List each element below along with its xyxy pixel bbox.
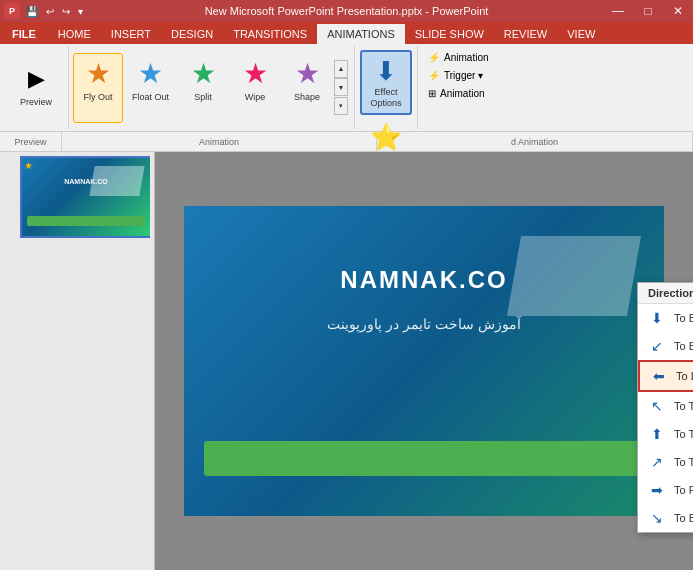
effect-options-label: EffectOptions (371, 87, 402, 109)
trigger-icon: ⚡ (428, 70, 440, 81)
split-icon: ★ (187, 58, 219, 90)
tab-animations[interactable]: ANIMATIONS (317, 24, 405, 44)
flyout-icon: ★ (82, 58, 114, 90)
split-label: Split (194, 92, 212, 103)
slide-thumb-bar (27, 216, 145, 226)
to-bottom-icon: ⬇ (648, 309, 666, 327)
minimize-btn[interactable]: — (603, 0, 633, 22)
title-bar: P 💾 ↩ ↪ ▾ New Microsoft PowerPoint Prese… (0, 0, 693, 22)
to-top-right-label: To Top-Right (674, 456, 693, 468)
floatout-icon: ★ (135, 58, 167, 90)
animation-side-icon: ⊞ (428, 88, 436, 99)
maximize-btn[interactable]: □ (633, 0, 663, 22)
slide-panel: 1 ★ NAMNAK.CO (0, 152, 155, 570)
direction-to-bottom-left[interactable]: ↙ To Bottom-Left (638, 332, 693, 360)
add-animation-group-label: d Animation (377, 132, 693, 151)
direction-to-top[interactable]: ⬆ To Top (638, 420, 693, 448)
tab-review[interactable]: REVIEW (494, 24, 557, 44)
direction-dropdown: Direction ⬇ To Bottom ↙ To Bottom-Left ⬅… (637, 282, 693, 533)
to-top-label: To Top (674, 428, 693, 440)
to-top-left-icon: ↖ (648, 397, 666, 415)
scroll-down-btn[interactable]: ▼ (334, 78, 348, 96)
animation-painter-btn[interactable]: ⚡ Animation (424, 50, 492, 65)
ribbon-tabs: FILE HOME INSERT DESIGN TRANSITIONS ANIM… (0, 22, 693, 44)
slide-thumb-text: NAMNAK.CO (22, 178, 150, 185)
direction-to-left[interactable]: ⬅ To Left (638, 360, 693, 392)
animation-painter-label: Animation (444, 52, 488, 63)
to-top-icon: ⬆ (648, 425, 666, 443)
save-quick-btn[interactable]: 💾 (24, 6, 40, 17)
split-animation-btn[interactable]: ★ Split (178, 53, 228, 123)
tab-design[interactable]: DESIGN (161, 24, 223, 44)
animation-scroll: ▲ ▼ ▾ (332, 58, 350, 118)
tab-file[interactable]: FILE (0, 24, 48, 44)
preview-group-label: Preview (0, 132, 62, 151)
shape-label: Shape (294, 92, 320, 103)
main-area: 1 ★ NAMNAK.CO NAMNAK.CO آموزش ساخت تایمر… (0, 152, 693, 570)
animation-side-btn[interactable]: ⊞ Animation (424, 86, 492, 101)
animation-group: ★ Fly Out ★ Float Out ★ Split ★ Wipe ★ S… (69, 46, 355, 129)
slide-main-text: NAMNAK.CO (184, 266, 664, 294)
to-top-left-label: To Top-Left (674, 400, 693, 412)
app-icon: P (4, 3, 20, 19)
window-controls: — □ ✕ (603, 0, 693, 22)
undo-btn[interactable]: ↩ (44, 6, 56, 17)
slide-thumb-image: ★ NAMNAK.CO (22, 158, 150, 236)
to-bottom-left-label: To Bottom-Left (674, 340, 693, 352)
redo-btn[interactable]: ↪ (60, 6, 72, 17)
direction-to-bottom-right[interactable]: ↘ To Bottom-Right (638, 504, 693, 532)
floatout-label: Float Out (132, 92, 169, 103)
tab-insert[interactable]: INSERT (101, 24, 161, 44)
ribbon-labels: Preview Animation d Animation (0, 132, 693, 152)
trigger-label: Trigger ▾ (444, 70, 483, 81)
close-btn[interactable]: ✕ (663, 0, 693, 22)
animation-group-label: Animation (62, 132, 377, 151)
to-bottom-left-icon: ↙ (648, 337, 666, 355)
wipe-icon: ★ (239, 58, 271, 90)
slide-content: NAMNAK.CO آموزش ساخت تایمر در پاورپوینت (184, 206, 664, 516)
quick-access-toolbar: P 💾 ↩ ↪ ▾ (4, 0, 85, 22)
shape-animation-btn[interactable]: ★ Shape (282, 53, 332, 123)
direction-to-top-right[interactable]: ↗ To Top-Right (638, 448, 693, 476)
wipe-animation-btn[interactable]: ★ Wipe (230, 53, 280, 123)
to-bottom-right-icon: ↘ (648, 509, 666, 527)
flyout-animation-btn[interactable]: ★ Fly Out (73, 53, 123, 123)
tab-transitions[interactable]: TRANSITIONS (223, 24, 317, 44)
scroll-more-btn[interactable]: ▾ (334, 97, 348, 115)
slide-green-bar (204, 441, 644, 476)
preview-icon: ▶ (20, 63, 52, 95)
effect-options-button[interactable]: ⬇ EffectOptions (360, 50, 412, 115)
effect-options-icon: ⬇ (375, 56, 397, 87)
preview-group: ▶ Preview (4, 46, 69, 129)
preview-button[interactable]: ▶ Preview (10, 50, 62, 120)
to-right-icon: ➡ (648, 481, 666, 499)
direction-to-top-left[interactable]: ↖ To Top-Left (638, 392, 693, 420)
to-left-icon: ⬅ (650, 367, 668, 385)
direction-to-bottom[interactable]: ⬇ To Bottom (638, 304, 693, 332)
slide-animation-star: ★ (24, 160, 33, 171)
slide-sub-text: آموزش ساخت تایمر در پاورپوینت (184, 316, 664, 332)
scroll-up-btn[interactable]: ▲ (334, 60, 348, 78)
wipe-label: Wipe (245, 92, 266, 103)
direction-to-right[interactable]: ➡ To Right (638, 476, 693, 504)
trigger-btn[interactable]: ⚡ Trigger ▾ (424, 68, 492, 83)
to-left-label: To Left (676, 370, 693, 382)
tab-slideshow[interactable]: SLIDE SHOW (405, 24, 494, 44)
to-bottom-label: To Bottom (674, 312, 693, 324)
slide-thumbnail[interactable]: ★ NAMNAK.CO (20, 156, 150, 238)
to-right-label: To Right (674, 484, 693, 496)
to-bottom-right-label: To Bottom-Right (674, 512, 693, 524)
tab-view[interactable]: VIEW (557, 24, 605, 44)
ribbon: ▶ Preview ★ Fly Out ★ Float Out ★ Split … (0, 44, 693, 132)
shape-icon: ★ (291, 58, 323, 90)
slide-canvas: NAMNAK.CO آموزش ساخت تایمر در پاورپوینت … (155, 152, 693, 570)
animation-buttons: ★ Fly Out ★ Float Out ★ Split ★ Wipe ★ S… (73, 53, 332, 123)
to-top-right-icon: ↗ (648, 453, 666, 471)
add-animation-icon: ⭐ (370, 122, 402, 153)
floatout-animation-btn[interactable]: ★ Float Out (125, 53, 176, 123)
slide-thumbnail-container: 1 ★ NAMNAK.CO (4, 156, 150, 238)
tab-home[interactable]: HOME (48, 24, 101, 44)
animation-painter-group: ⚡ Animation ⚡ Trigger ▾ ⊞ Animation (418, 46, 498, 129)
dropdown-header: Direction (638, 283, 693, 304)
more-quick-btn[interactable]: ▾ (76, 6, 85, 17)
